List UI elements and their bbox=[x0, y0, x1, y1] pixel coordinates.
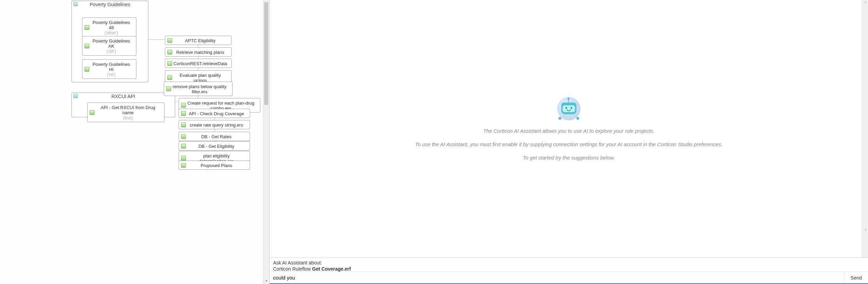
ask-label: Ask AI Assistant about: bbox=[273, 260, 865, 265]
node-label: API - Check Drug Coverage bbox=[187, 111, 246, 116]
database-icon bbox=[181, 134, 186, 139]
node-label: DB - Get Eligibility bbox=[187, 144, 246, 149]
node-label: Retrieve matching plans bbox=[173, 50, 228, 55]
assistant-intro-line-3: To get started try the suggestions below… bbox=[523, 155, 615, 161]
group-rxcui-api[interactable]: RXCUI API API - Get RXCUI from Drug name… bbox=[71, 93, 175, 117]
scroll-down-icon[interactable]: ▾ bbox=[264, 279, 269, 283]
assistant-input-row: Send bbox=[270, 272, 868, 284]
rulesheet-icon bbox=[90, 110, 94, 115]
rulesheet-icon bbox=[181, 122, 186, 127]
service-icon bbox=[167, 61, 172, 66]
node-condition: (true) bbox=[95, 116, 161, 120]
send-button[interactable]: Send bbox=[844, 272, 868, 283]
node-condition: ('HI') bbox=[90, 72, 133, 77]
connector bbox=[214, 128, 215, 132]
node-label: Poverty Guidelines AK bbox=[90, 38, 133, 49]
node-label: APTC Eligibility bbox=[173, 38, 228, 43]
node-api-check-drug-coverage[interactable]: API - Check Drug Coverage bbox=[179, 109, 250, 118]
subflow-icon bbox=[74, 2, 78, 6]
scroll-down-icon[interactable]: ˅ bbox=[863, 229, 867, 234]
assistant-scrollbar[interactable]: ˄ ˅ bbox=[862, 0, 868, 258]
rulesheet-icon bbox=[84, 67, 89, 72]
assistant-intro-line-1: The Corticon AI Assistant allows you to … bbox=[483, 128, 655, 134]
context-type: Corticon Ruleflow bbox=[273, 266, 312, 272]
assistant-input[interactable] bbox=[270, 272, 844, 283]
node-poverty-48[interactable]: Poverty Guidelines 48 ('other') bbox=[82, 17, 136, 37]
node-rxcui-drugname[interactable]: API - Get RXCUI from Drug name (true) bbox=[87, 103, 165, 122]
assistant-context-bar: Ask AI Assistant about: Corticon Ruleflo… bbox=[270, 258, 868, 272]
canvas-scrollbar[interactable]: ▴ ▾ bbox=[263, 0, 269, 284]
node-label: create rate query string.ers bbox=[187, 122, 246, 128]
context-file: Get Coverage.erf bbox=[312, 266, 351, 272]
node-retrieve-matching-plans[interactable]: Retrieve matching plans bbox=[165, 47, 232, 57]
node-condition: ('AK') bbox=[90, 49, 133, 54]
service-icon bbox=[181, 111, 186, 116]
group-poverty-guidelines[interactable]: Poverty Guidelines Poverty Guidelines 48… bbox=[71, 1, 148, 82]
ai-assistant-pane: The Corticon AI Assistant allows you to … bbox=[270, 0, 868, 284]
node-create-rate-query-string[interactable]: create rate query string.ers bbox=[179, 120, 250, 129]
node-label: CorticonREST.retrieveData bbox=[173, 61, 228, 66]
database-icon bbox=[181, 144, 186, 149]
node-poverty-hi[interactable]: Poverty Guidelines HI ('HI') bbox=[82, 59, 136, 79]
assistant-intro-line-2: To use the AI Assistant, you must first … bbox=[415, 141, 723, 147]
rulesheet-icon bbox=[84, 44, 89, 48]
node-label: API - Get RXCUI from Drug name bbox=[95, 105, 161, 115]
ruleflow-canvas-pane: Poverty Guidelines Poverty Guidelines 48… bbox=[0, 0, 270, 284]
connector bbox=[198, 90, 198, 98]
node-label: DB - Get Rates bbox=[187, 134, 246, 139]
rulesheet-icon bbox=[181, 103, 186, 108]
node-poverty-ak[interactable]: Poverty Guidelines AK ('AK') bbox=[82, 36, 136, 56]
rulesheet-icon bbox=[167, 75, 172, 80]
node-aptc-eligibility[interactable]: APTC Eligibility bbox=[165, 36, 232, 45]
node-db-get-eligibility[interactable]: DB - Get Eligibility bbox=[179, 141, 250, 151]
assistant-robot-icon bbox=[557, 97, 580, 120]
rulesheet-icon bbox=[167, 38, 172, 43]
group-title: RXCUI API bbox=[72, 93, 175, 100]
node-db-get-rates[interactable]: DB - Get Rates bbox=[179, 132, 250, 141]
rulesheet-icon bbox=[84, 25, 89, 30]
rulesheet-icon bbox=[167, 50, 172, 55]
rulesheet-icon bbox=[181, 163, 186, 168]
node-label: Poverty Guidelines HI bbox=[90, 62, 133, 72]
scroll-thumb[interactable] bbox=[264, 2, 268, 105]
node-condition: ('other') bbox=[90, 31, 133, 35]
node-corticonrest-retrievedata[interactable]: CorticonREST.retrieveData bbox=[165, 59, 232, 68]
group-title: Poverty Guidelines bbox=[72, 1, 148, 8]
node-label: Proposed Plans bbox=[187, 163, 246, 168]
assistant-intro-area: The Corticon AI Assistant allows you to … bbox=[270, 0, 868, 258]
scroll-up-icon[interactable]: ˄ bbox=[863, 1, 867, 6]
subflow-icon bbox=[74, 94, 78, 98]
ruleflow-canvas[interactable]: Poverty Guidelines Poverty Guidelines 48… bbox=[0, 0, 269, 284]
node-remove-plans-below-quality[interactable]: remove plans below quality filter.ers bbox=[164, 82, 233, 96]
connector bbox=[148, 39, 165, 40]
node-proposed-plans[interactable]: Proposed Plans bbox=[179, 161, 250, 170]
rulesheet-icon bbox=[181, 156, 186, 161]
node-label: Poverty Guidelines 48 bbox=[90, 20, 133, 30]
rulesheet-icon bbox=[166, 86, 171, 91]
node-label: remove plans below quality filter.ers bbox=[170, 84, 229, 94]
